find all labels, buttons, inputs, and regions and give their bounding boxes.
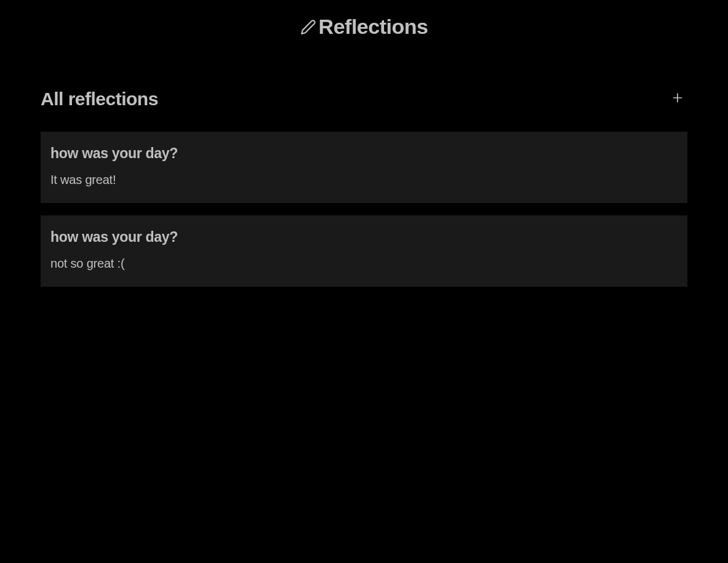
pencil-icon	[300, 19, 316, 35]
plus-icon	[671, 92, 684, 106]
app-header: Reflections	[0, 0, 728, 63]
reflection-question: how was your day?	[50, 145, 678, 162]
reflection-list: how was your day? It was great! how was …	[41, 132, 687, 287]
reflection-card[interactable]: how was your day? It was great!	[41, 132, 687, 203]
section-header: All reflections	[41, 88, 687, 110]
reflection-answer: It was great!	[50, 173, 678, 187]
add-reflection-button[interactable]	[668, 88, 687, 110]
section-title: All reflections	[41, 89, 158, 110]
reflection-card[interactable]: how was your day? not so great :(	[41, 215, 687, 287]
app-title: Reflections	[319, 15, 428, 39]
reflection-answer: not so great :(	[50, 257, 678, 271]
main-content: All reflections how was your day? It was…	[0, 88, 728, 287]
reflection-question: how was your day?	[50, 229, 678, 246]
